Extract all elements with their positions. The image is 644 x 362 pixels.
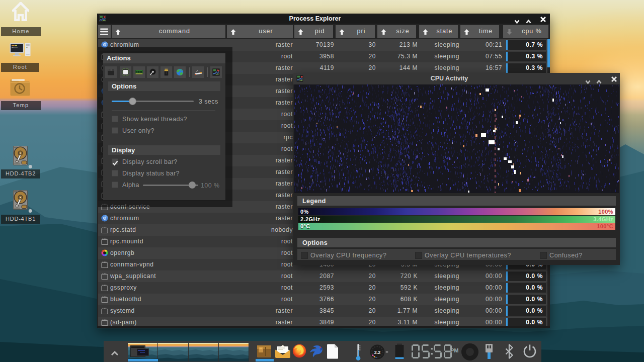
svg-text:2.2: 2.2 [374,350,381,355]
